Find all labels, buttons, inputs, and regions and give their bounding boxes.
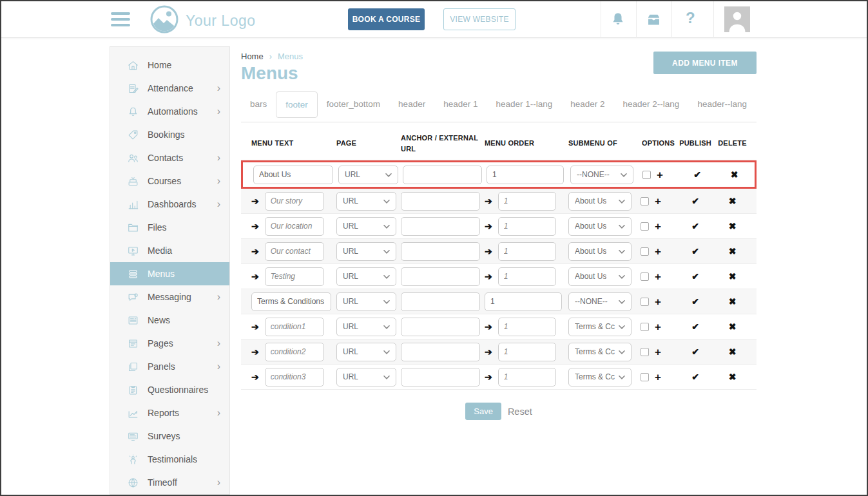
sidebar-item-news[interactable]: News	[110, 309, 229, 332]
hamburger-menu-icon[interactable]	[111, 12, 130, 26]
menu-order-input[interactable]	[498, 368, 556, 386]
publish-check-icon[interactable]: ✔	[691, 271, 699, 281]
page-select[interactable]: URL	[336, 242, 396, 261]
publish-check-icon[interactable]: ✔	[693, 169, 701, 180]
page-select[interactable]: URL	[336, 292, 396, 311]
publish-check-icon[interactable]: ✔	[691, 347, 699, 357]
add-option-icon[interactable]: +	[655, 221, 661, 232]
tab-header-2[interactable]: header 2	[561, 91, 613, 117]
submenu-of-select[interactable]: Terms & Cc	[568, 368, 632, 386]
menu-text-input[interactable]	[265, 242, 324, 261]
menu-order-input[interactable]	[498, 318, 556, 336]
menu-text-input[interactable]	[265, 343, 324, 361]
anchor-url-input[interactable]	[401, 318, 480, 336]
options-checkbox[interactable]	[641, 373, 649, 381]
add-option-icon[interactable]: +	[655, 296, 661, 307]
tab-header-lang[interactable]: header--lang	[688, 91, 756, 117]
save-button[interactable]: Save	[465, 403, 501, 420]
sidebar-item-messaging[interactable]: Messaging›	[110, 285, 229, 309]
submenu-of-select[interactable]: About Us	[568, 217, 632, 236]
menu-order-input[interactable]	[498, 343, 556, 361]
sidebar-item-automations[interactable]: Automations›	[110, 100, 229, 123]
help-icon[interactable]: ?	[686, 9, 695, 27]
options-checkbox[interactable]	[641, 298, 649, 306]
add-menu-item-button[interactable]: ADD MENU ITEM	[653, 52, 757, 74]
menu-text-input[interactable]	[265, 267, 324, 286]
sidebar-item-reports[interactable]: Reports›	[110, 401, 229, 424]
delete-x-icon[interactable]: ✖	[731, 169, 738, 180]
tab-bars[interactable]: bars	[241, 91, 276, 117]
sidebar-item-testimonials[interactable]: Testimonials	[110, 448, 229, 471]
submenu-of-select[interactable]: Terms & Cc	[568, 343, 632, 361]
publish-check-icon[interactable]: ✔	[691, 372, 699, 382]
page-select[interactable]: URL	[336, 217, 396, 236]
sidebar-item-courses[interactable]: Courses›	[110, 169, 229, 193]
submenu-of-select[interactable]: --NONE--	[568, 292, 632, 311]
add-option-icon[interactable]: +	[655, 271, 661, 282]
delete-x-icon[interactable]: ✖	[729, 372, 737, 382]
options-checkbox[interactable]	[641, 323, 649, 331]
sidebar-item-surveys[interactable]: Surveys	[110, 424, 229, 448]
menu-text-input[interactable]	[251, 292, 331, 311]
bell-icon[interactable]	[610, 11, 626, 28]
tab-header[interactable]: header	[389, 91, 434, 117]
menu-text-input[interactable]	[253, 166, 333, 184]
delete-x-icon[interactable]: ✖	[729, 321, 737, 332]
sidebar-item-bookings[interactable]: Bookings	[110, 123, 229, 146]
breadcrumb-home-link[interactable]: Home	[241, 52, 264, 61]
anchor-url-input[interactable]	[401, 242, 480, 261]
menu-text-input[interactable]	[265, 368, 324, 386]
sidebar-item-attendance[interactable]: Attendance›	[110, 77, 229, 100]
sidebar-item-timeoff[interactable]: Timeoff›	[110, 471, 229, 494]
tab-header-2-lang[interactable]: header 2--lang	[614, 91, 689, 117]
page-select[interactable]: URL	[336, 192, 396, 211]
menu-order-input[interactable]	[498, 267, 556, 286]
logo[interactable]: Your Logo	[149, 5, 256, 37]
options-checkbox[interactable]	[641, 272, 649, 281]
tab-footer-bottom[interactable]: footer_bottom	[318, 91, 389, 117]
options-checkbox[interactable]	[641, 197, 649, 205]
page-select[interactable]: URL	[338, 166, 398, 184]
menu-text-input[interactable]	[265, 192, 324, 211]
delete-x-icon[interactable]: ✖	[729, 296, 737, 307]
submenu-of-select[interactable]: About Us	[568, 267, 632, 286]
tab-header-1[interactable]: header 1	[434, 91, 487, 117]
sidebar-item-pages[interactable]: Pages›	[110, 332, 229, 355]
sidebar-item-dashboards[interactable]: Dashboards›	[110, 193, 229, 216]
publish-check-icon[interactable]: ✔	[691, 221, 699, 231]
sidebar-item-home[interactable]: Home	[110, 53, 229, 77]
add-option-icon[interactable]: +	[655, 372, 661, 383]
submenu-of-select[interactable]: Terms & Cc	[568, 318, 632, 336]
anchor-url-input[interactable]	[403, 166, 482, 184]
anchor-url-input[interactable]	[401, 292, 480, 311]
menu-text-input[interactable]	[265, 318, 324, 336]
delete-x-icon[interactable]: ✖	[729, 271, 737, 281]
page-select[interactable]: URL	[336, 318, 396, 336]
sidebar-item-panels[interactable]: Panels›	[110, 355, 229, 378]
delete-x-icon[interactable]: ✖	[729, 347, 737, 357]
menu-text-input[interactable]	[265, 217, 324, 236]
page-select[interactable]: URL	[336, 267, 396, 286]
submenu-of-select[interactable]: --NONE--	[570, 166, 633, 184]
page-select[interactable]: URL	[336, 368, 396, 386]
reset-button[interactable]: Reset	[508, 406, 532, 417]
sidebar-item-files[interactable]: Files	[110, 216, 229, 239]
anchor-url-input[interactable]	[401, 192, 480, 211]
sidebar-item-questionnaires[interactable]: Questionnaires	[110, 378, 229, 401]
add-option-icon[interactable]: +	[655, 347, 661, 358]
anchor-url-input[interactable]	[401, 217, 480, 236]
publish-check-icon[interactable]: ✔	[691, 246, 699, 256]
options-checkbox[interactable]	[642, 171, 651, 179]
menu-order-input[interactable]	[498, 192, 556, 211]
options-checkbox[interactable]	[641, 348, 649, 356]
menu-order-input[interactable]	[485, 292, 562, 311]
options-checkbox[interactable]	[641, 247, 649, 256]
avatar[interactable]	[724, 6, 750, 32]
book-a-course-button[interactable]: BOOK A COURSE	[348, 8, 425, 30]
add-option-icon[interactable]: +	[655, 246, 661, 257]
delete-x-icon[interactable]: ✖	[729, 221, 737, 231]
view-website-button[interactable]: VIEW WEBSITE	[443, 8, 516, 30]
delete-x-icon[interactable]: ✖	[729, 196, 737, 206]
anchor-url-input[interactable]	[401, 368, 480, 386]
inbox-icon[interactable]	[645, 11, 662, 28]
